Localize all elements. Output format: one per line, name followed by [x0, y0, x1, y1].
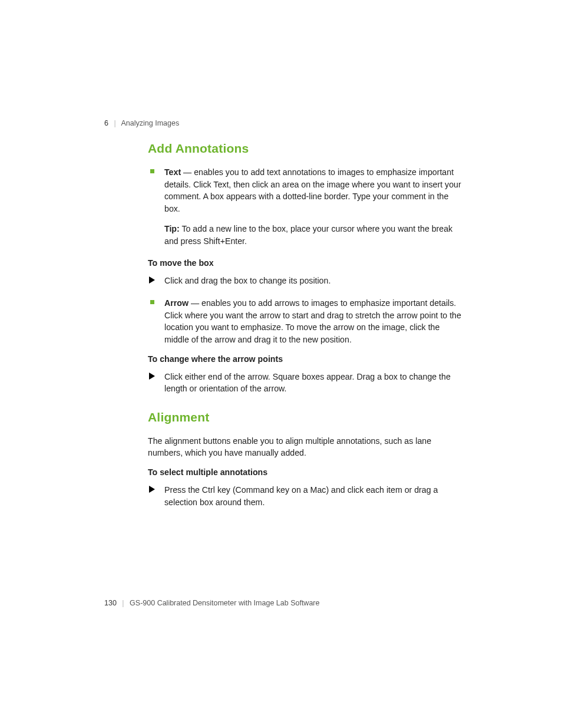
bullet-text-body: — enables you to add text annotations to…	[164, 167, 461, 213]
bullet-arrow: Arrow — enables you to add arrows to ima…	[148, 297, 463, 345]
page: 6 | Analyzing Images Add Annotations Tex…	[0, 0, 562, 728]
step-move-box-text: Click and drag the box to change its pos…	[164, 276, 330, 285]
chapter-number: 6	[104, 119, 108, 127]
subheading-move-box: To move the box	[148, 258, 463, 268]
subheading-change-arrow: To change where the arrow points	[148, 354, 463, 364]
step-select-multiple: Press the Ctrl key (Command key on a Mac…	[148, 484, 463, 508]
page-footer: 130 | GS-900 Calibrated Densitometer wit…	[104, 599, 319, 607]
alignment-intro: The alignment buttons enable you to alig…	[148, 435, 463, 459]
step-change-arrow-text: Click either end of the arrow. Square bo…	[164, 372, 451, 394]
chapter-title: Analyzing Images	[121, 119, 179, 127]
bullet-arrow-body: — enables you to add arrows to images to…	[164, 298, 461, 344]
document-title: GS-900 Calibrated Densitometer with Imag…	[130, 599, 319, 607]
tip-label: Tip:	[164, 224, 180, 233]
bullet-text-lead: Text	[164, 167, 181, 177]
triangle-bullet-icon	[149, 373, 155, 380]
page-number: 130	[104, 599, 117, 607]
square-bullet-icon	[150, 169, 154, 173]
header-separator: |	[114, 119, 115, 127]
square-bullet-icon	[150, 300, 154, 304]
subheading-select-multiple: To select multiple annotations	[148, 467, 463, 477]
heading-alignment: Alignment	[148, 410, 463, 424]
bullet-arrow-lead: Arrow	[164, 298, 189, 308]
tip-block: Tip: To add a new line to the box, place…	[148, 223, 463, 247]
bullet-text: Text — enables you to add text annotatio…	[148, 166, 463, 215]
step-change-arrow: Click either end of the arrow. Square bo…	[148, 371, 463, 395]
footer-separator: |	[122, 599, 124, 607]
content-area: Add Annotations Text — enables you to ad…	[148, 141, 463, 519]
tip-body: To add a new line to the box, place your…	[164, 224, 452, 246]
heading-add-annotations: Add Annotations	[148, 141, 463, 156]
triangle-bullet-icon	[149, 276, 155, 284]
triangle-bullet-icon	[149, 486, 155, 493]
running-header: 6 | Analyzing Images	[104, 119, 179, 127]
step-select-multiple-text: Press the Ctrl key (Command key on a Mac…	[164, 485, 438, 507]
step-move-box: Click and drag the box to change its pos…	[148, 275, 463, 287]
